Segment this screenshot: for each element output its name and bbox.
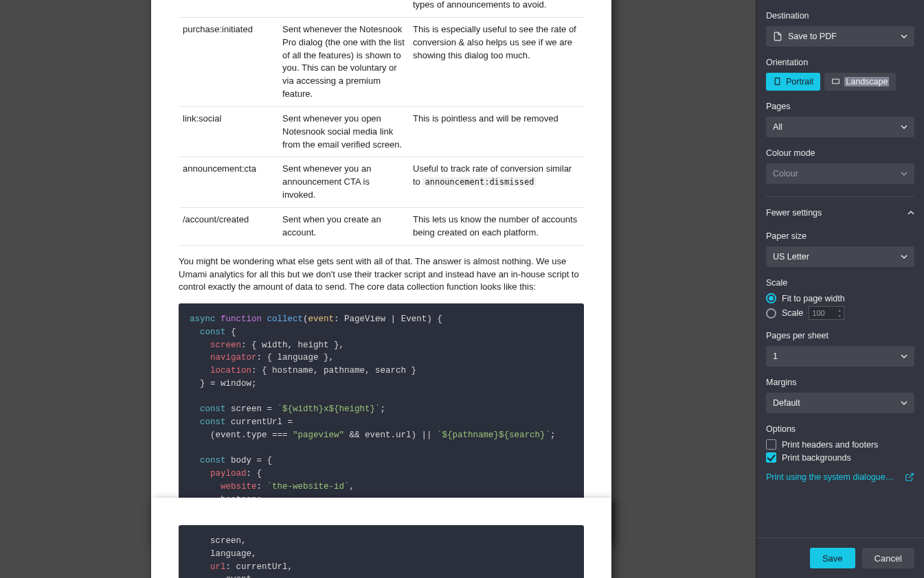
cell: Useful to track rate of conversion simil… [409, 157, 584, 208]
code-block-2: screen, language, url: currentUrl, ...ev… [179, 525, 584, 578]
paper-size-label: Paper size [766, 231, 914, 241]
table-row: link:social Sent whenever you open Notes… [179, 106, 584, 157]
fewer-settings-label: Fewer settings [766, 208, 822, 218]
landscape-text: Landscape [844, 77, 889, 86]
cell [278, 0, 409, 17]
cell: purchase:initiated [179, 17, 278, 106]
cell: announcement:cta [179, 157, 278, 208]
scale-input[interactable]: 100 ▲▼ [809, 306, 844, 320]
chevron-down-icon [901, 170, 908, 177]
chevron-down-icon [901, 400, 908, 406]
svg-rect-1 [833, 79, 840, 84]
pages-value: All [773, 122, 782, 132]
paper-size-value: US Letter [773, 252, 809, 262]
orientation-landscape-button[interactable]: Landscape [824, 73, 896, 91]
cell: Sent whenever you open Notesnook social … [278, 106, 409, 157]
preview-page-1: types of announcements to avoid. purchas… [151, 0, 611, 543]
destination-value: Save to PDF [788, 32, 837, 41]
colour-mode-value: Colour [773, 169, 798, 178]
chevron-down-icon [901, 124, 908, 130]
scale-fit-radio[interactable]: Fit to page width [766, 293, 914, 303]
orientation-portrait-button[interactable]: Portrait [766, 73, 820, 91]
scale-input-value: 100 [812, 309, 824, 317]
destination-label: Destination [766, 11, 914, 21]
print-backgrounds-label: Print backgrounds [782, 453, 851, 463]
destination-dropdown[interactable]: Save to PDF [766, 26, 914, 47]
events-table: types of announcements to avoid. purchas… [179, 0, 584, 246]
radio-on-icon [766, 293, 776, 303]
svg-line-2 [909, 474, 913, 478]
pages-dropdown[interactable]: All [766, 117, 914, 137]
colour-mode-label: Colour mode [766, 148, 914, 158]
scale-section: Scale Fit to page width Scale 100 ▲▼ [766, 278, 914, 320]
pages-per-sheet-section: Pages per sheet 1 [766, 331, 914, 367]
cell [179, 0, 278, 17]
print-headers-checkbox[interactable]: Print headers and footers [766, 439, 914, 450]
print-preview-area: types of announcements to avoid. purchas… [0, 0, 756, 578]
chevron-down-icon [901, 33, 908, 40]
landscape-icon [831, 77, 841, 86]
cell: types of announcements to avoid. [409, 0, 584, 17]
pages-per-sheet-dropdown[interactable]: 1 [766, 346, 914, 367]
margins-value: Default [773, 398, 800, 408]
pages-label: Pages [766, 102, 914, 111]
checkbox-off-icon [766, 439, 776, 450]
cell: Sent whenever you an announcement CTA is… [278, 157, 409, 208]
destination-section: Destination Save to PDF [766, 11, 914, 47]
cell: This is especially useful to see the rat… [409, 17, 584, 106]
scale-custom-radio[interactable]: Scale 100 ▲▼ [766, 306, 914, 320]
colour-mode-dropdown: Colour [766, 163, 914, 184]
orientation-label: Orientation [766, 58, 914, 67]
sidebar-footer: Save Cancel [756, 537, 924, 578]
fewer-settings-toggle[interactable]: Fewer settings [766, 197, 914, 220]
system-dialogue-text: Print using the system dialogue… [766, 472, 894, 482]
print-settings-sidebar: Destination Save to PDF Orientation [756, 0, 924, 578]
chevron-down-icon [901, 253, 908, 260]
cell: Sent whenever the Notesnook Pro dialog (… [278, 17, 409, 106]
margins-section: Margins Default [766, 378, 914, 413]
table-row: purchase:initiated Sent whenever the Not… [179, 17, 584, 106]
cell: link:social [179, 106, 278, 157]
table-row: types of announcements to avoid. [179, 0, 584, 17]
orientation-section: Orientation Portrait Landscape [766, 58, 914, 91]
svg-rect-0 [775, 78, 780, 85]
portrait-text: Portrait [786, 77, 813, 86]
inline-code: announcement:dismissed [422, 177, 536, 187]
paper-size-section: Paper size US Letter [766, 231, 914, 267]
cell: This is pointless and will be removed [409, 106, 584, 157]
chevron-down-icon [901, 353, 908, 360]
margins-label: Margins [766, 378, 914, 387]
scale-fit-label: Fit to page width [782, 294, 845, 303]
code-block: async function collect(event: PageView |… [179, 303, 584, 516]
pages-section: Pages All [766, 102, 914, 137]
save-button[interactable]: Save [810, 548, 855, 568]
print-backgrounds-checkbox[interactable]: Print backgrounds [766, 452, 914, 463]
cell: This lets us know the number of accounts… [409, 207, 584, 245]
paper-size-dropdown[interactable]: US Letter [766, 246, 914, 267]
pages-per-sheet-label: Pages per sheet [766, 331, 914, 340]
checkbox-on-icon [766, 452, 776, 463]
external-link-icon [905, 472, 914, 482]
print-headers-label: Print headers and footers [782, 440, 878, 450]
pages-per-sheet-value: 1 [773, 351, 778, 361]
spin-buttons[interactable]: ▲▼ [836, 308, 843, 319]
options-section: Options Print headers and footers Print … [766, 424, 914, 463]
portrait-icon [773, 77, 782, 86]
radio-off-icon [766, 308, 776, 319]
system-dialogue-link[interactable]: Print using the system dialogue… [766, 472, 914, 482]
options-label: Options [766, 424, 914, 434]
scale-custom-label: Scale [782, 308, 803, 318]
cancel-button[interactable]: Cancel [862, 548, 914, 568]
table-row: announcement:cta Sent whenever you an an… [179, 157, 584, 208]
table-row: /account/created Sent when you create an… [179, 207, 584, 245]
cell: Sent when you create an account. [278, 207, 409, 245]
margins-dropdown[interactable]: Default [766, 393, 914, 413]
colour-mode-section: Colour mode Colour [766, 148, 914, 184]
body-paragraph: You might be wondering what else gets se… [179, 255, 584, 294]
scale-label: Scale [766, 278, 914, 288]
pdf-icon [773, 32, 782, 41]
chevron-up-icon [908, 209, 914, 216]
preview-page-2: screen, language, url: currentUrl, ...ev… [151, 498, 611, 578]
cell: /account/created [179, 207, 278, 245]
